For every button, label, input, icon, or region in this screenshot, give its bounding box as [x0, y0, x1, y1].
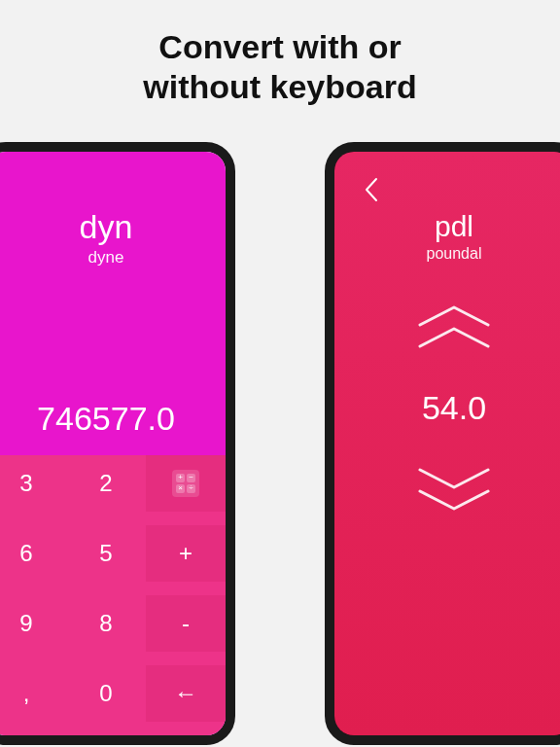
unit-display-panel[interactable]: dyn dyne 746577.0 — [0, 152, 226, 455]
key-5[interactable]: 5 — [66, 525, 146, 582]
key-backspace[interactable]: ← — [146, 665, 226, 722]
double-chevron-up-icon — [410, 302, 498, 354]
device-mockups: dyn dyne 746577.0 3 2 +− ×÷ 6 5 + 9 8 - — [0, 124, 560, 747]
numeric-keypad: 3 2 +− ×÷ 6 5 + 9 8 - , 0 ← — [0, 455, 226, 735]
chevron-left-icon — [364, 177, 379, 202]
headline-line2: without keyboard — [19, 67, 541, 107]
headline-line1: Convert with or — [19, 27, 541, 67]
screen-right: pdl poundal 54.0 — [334, 152, 560, 735]
unit-name: dyne — [88, 248, 124, 267]
unit-value: 746577.0 — [37, 400, 175, 438]
unit-value: 54.0 — [422, 389, 486, 427]
back-button[interactable] — [364, 177, 379, 202]
decrement-button[interactable] — [410, 462, 498, 515]
key-2[interactable]: 2 — [66, 455, 146, 512]
device-right: pdl poundal 54.0 — [325, 142, 560, 745]
unit-name: poundal — [427, 245, 482, 263]
key-3[interactable]: 3 — [0, 455, 66, 512]
device-left: dyn dyne 746577.0 3 2 +− ×÷ 6 5 + 9 8 - — [0, 142, 235, 745]
key-plus[interactable]: + — [146, 525, 226, 582]
key-minus[interactable]: - — [146, 595, 226, 652]
value-scroll-zone: 54.0 — [410, 302, 498, 515]
key-comma[interactable]: , — [0, 665, 66, 722]
unit-abbr: dyn — [80, 208, 133, 246]
key-9[interactable]: 9 — [0, 595, 66, 652]
screen-left: dyn dyne 746577.0 3 2 +− ×÷ 6 5 + 9 8 - — [0, 152, 226, 735]
unit-abbr: pdl — [427, 210, 482, 243]
key-calc-toggle[interactable]: +− ×÷ — [146, 455, 226, 512]
key-6[interactable]: 6 — [0, 525, 66, 582]
increment-button[interactable] — [410, 302, 498, 354]
double-chevron-down-icon — [410, 462, 498, 515]
promo-headline: Convert with or without keyboard — [0, 0, 560, 124]
unit-display-panel[interactable]: pdl poundal — [427, 210, 482, 263]
key-8[interactable]: 8 — [66, 595, 146, 652]
key-0[interactable]: 0 — [66, 665, 146, 722]
calc-panel-icon: +− ×÷ — [172, 470, 199, 497]
